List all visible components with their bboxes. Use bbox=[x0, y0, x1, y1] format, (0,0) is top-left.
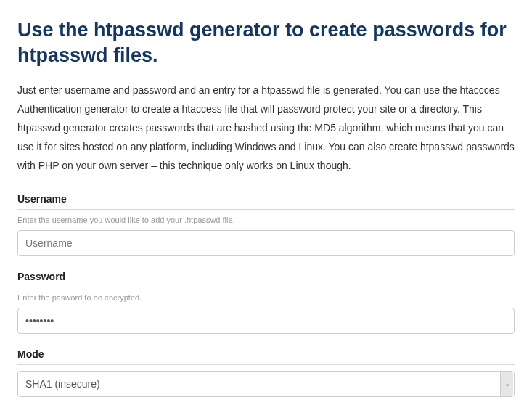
page-title: Use the htpasswd generator to create pas… bbox=[17, 17, 515, 68]
password-input[interactable] bbox=[17, 308, 515, 334]
password-label: Password bbox=[17, 271, 515, 287]
mode-block: Mode SHA1 (insecure) ⌄ bbox=[17, 348, 515, 397]
mode-label: Mode bbox=[17, 348, 515, 365]
username-label: Username bbox=[17, 193, 515, 210]
username-help: Enter the username you would like to add… bbox=[17, 216, 515, 224]
password-help: Enter the pasword to be encrypted. bbox=[17, 293, 515, 302]
password-block: Password Enter the pasword to be encrypt… bbox=[17, 271, 515, 334]
mode-select[interactable]: SHA1 (insecure) bbox=[17, 371, 515, 397]
username-block: Username Enter the username you would li… bbox=[17, 193, 515, 256]
intro-text: Just enter username and password and an … bbox=[17, 81, 515, 175]
username-input[interactable] bbox=[17, 230, 515, 256]
